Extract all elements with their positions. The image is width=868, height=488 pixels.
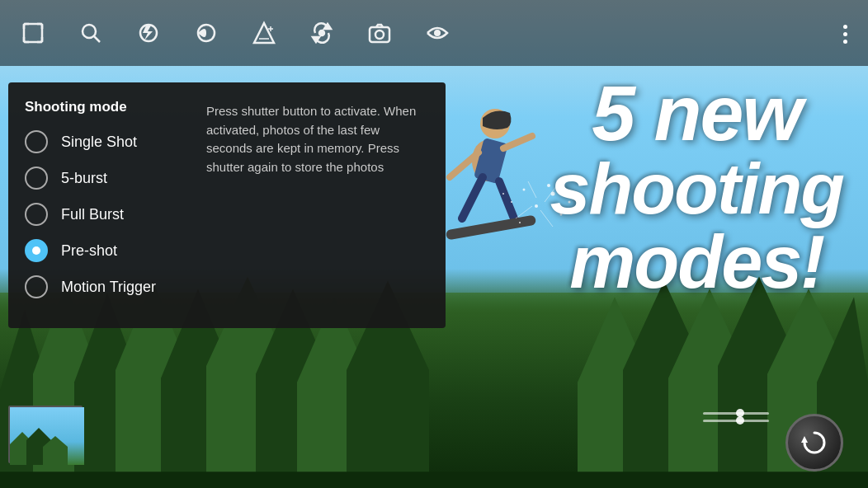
radio-pre-shot[interactable] [25,239,48,262]
reset-button[interactable] [785,414,843,472]
svg-point-21 [519,222,521,223]
label-5-burst: 5-burst [61,170,107,187]
svg-point-17 [523,189,526,191]
svg-point-19 [511,201,512,203]
option-full-burst[interactable]: Full Burst [25,203,190,226]
search-icon[interactable] [74,16,107,49]
shooting-mode-panel: Shooting mode Single Shot 5-burst Full B… [8,82,446,328]
overlay-line3: modes! [550,225,843,299]
slider-bar-2[interactable] [703,420,769,422]
overlay-line2: shooting [550,152,843,225]
camera-switch-icon[interactable] [363,16,396,49]
overlay-text-container: 5 new shooting modes! [550,74,843,299]
svg-point-38 [83,25,96,38]
svg-marker-56 [801,436,808,443]
shooting-mode-description: Press shutter button to activate. When a… [206,99,429,312]
svg-line-25 [528,181,536,198]
radio-5-burst[interactable] [25,167,48,190]
svg-line-39 [94,36,100,42]
description-text: Press shutter button to activate. When a… [206,102,429,176]
svg-rect-37 [24,24,42,42]
label-single-shot: Single Shot [61,134,137,151]
rotate-icon[interactable] [305,16,338,49]
flash-icon[interactable] [132,16,165,49]
svg-rect-49 [370,27,389,42]
svg-marker-42 [254,23,274,43]
radio-full-burst[interactable] [25,203,48,226]
expand-icon[interactable] [17,16,50,49]
label-motion-trigger: Motion Trigger [61,279,156,296]
exposure-sliders [703,412,769,422]
svg-point-16 [535,204,538,208]
brightness-icon[interactable] [190,16,223,49]
svg-point-50 [375,30,384,39]
shooting-options-list: Shooting mode Single Shot 5-burst Full B… [25,99,190,312]
svg-rect-15 [0,472,868,488]
option-motion-trigger[interactable]: Motion Trigger [25,275,190,298]
option-pre-shot[interactable]: Pre-shot [25,239,190,262]
svg-point-51 [434,30,441,36]
svg-point-23 [502,193,504,195]
option-single-shot[interactable]: Single Shot [25,130,190,153]
exposure-icon[interactable] [248,16,281,49]
eye-icon[interactable] [421,16,454,49]
thumbnail-preview[interactable] [8,406,83,463]
radio-single-shot[interactable] [25,130,48,153]
label-full-burst: Full Burst [61,206,124,223]
radio-motion-trigger[interactable] [25,275,48,298]
more-options-icon[interactable] [835,16,856,52]
svg-line-27 [516,206,532,218]
overlay-line1: 5 new [550,74,843,152]
option-5-burst[interactable]: 5-burst [25,167,190,190]
svg-point-48 [319,30,324,35]
panel-title: Shooting mode [25,99,190,115]
label-pre-shot: Pre-shot [61,242,117,260]
slider-bar-1[interactable] [703,412,769,415]
